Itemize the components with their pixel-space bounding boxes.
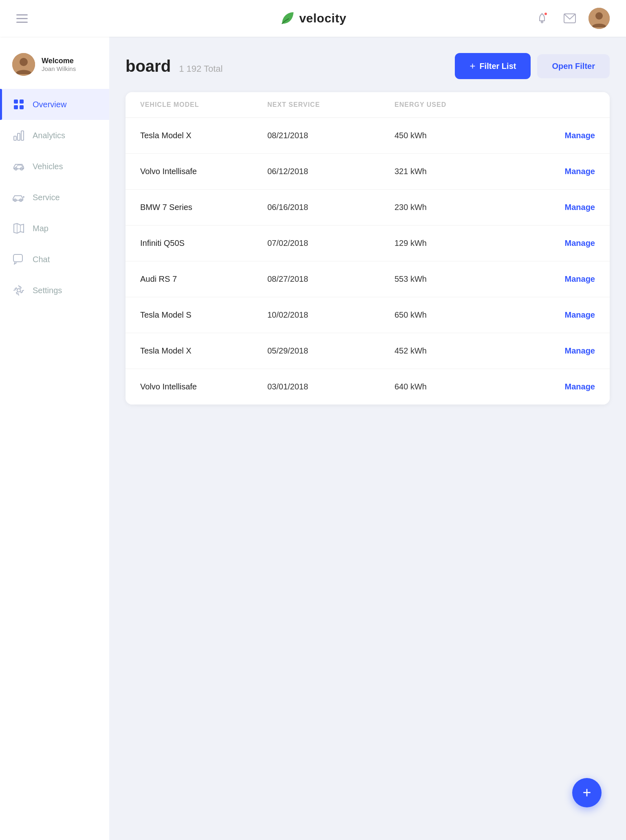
svg-rect-10 [20, 105, 24, 109]
cell-energy-used: 650 kWh [395, 310, 522, 320]
sidebar-item-overview[interactable]: Overview [0, 89, 109, 120]
col-next-service: NEXT SERVICE [267, 101, 395, 108]
welcome-label: Welcome [42, 57, 76, 65]
cell-next-service: 06/16/2018 [267, 203, 395, 212]
manage-button[interactable]: Manage [522, 239, 595, 248]
chat-icon [12, 253, 25, 266]
open-filter-button[interactable]: Open Filter [537, 54, 610, 78]
sidebar-item-label-chat: Chat [33, 255, 50, 264]
sidebar-item-label-overview: Overview [33, 100, 66, 109]
cell-energy-used: 129 kWh [395, 239, 522, 248]
svg-rect-7 [14, 99, 18, 104]
svg-rect-8 [20, 99, 24, 104]
sidebar-item-map[interactable]: Map [0, 213, 109, 244]
manage-button[interactable]: Manage [522, 346, 595, 356]
menu-icon[interactable] [16, 14, 28, 23]
svg-rect-23 [13, 254, 22, 262]
table-row: BMW 7 Series 06/16/2018 230 kWh Manage [126, 190, 610, 225]
topnav-right-actions [533, 8, 610, 29]
table-header: VEHICLE MODEL NEXT SERVICE ENERGY USED [126, 92, 610, 118]
cell-vehicle-model: Infiniti Q50S [140, 239, 267, 248]
svg-rect-9 [14, 105, 18, 109]
sidebar-item-label-vehicles: Vehicles [33, 162, 63, 171]
mail-icon [564, 13, 576, 23]
sidebar-item-chat[interactable]: Chat [0, 244, 109, 275]
cell-vehicle-model: BMW 7 Series [140, 203, 267, 212]
cell-next-service: 03/01/2018 [267, 382, 395, 391]
manage-button[interactable]: Manage [522, 382, 595, 391]
sidebar-navigation: Overview Analytics [0, 89, 109, 306]
table-body: Tesla Model X 08/21/2018 450 kWh Manage … [126, 118, 610, 405]
bar-chart-icon [12, 129, 25, 142]
svg-point-0 [541, 21, 543, 23]
cell-energy-used: 553 kWh [395, 274, 522, 284]
sidebar: Welcome Joan Wilkins Overview [0, 37, 109, 840]
sidebar-item-label-settings: Settings [33, 286, 62, 295]
logo-leaf-icon [280, 11, 295, 26]
sidebar-item-settings[interactable]: Settings [0, 275, 109, 306]
manage-button[interactable]: Manage [522, 203, 595, 212]
manage-button[interactable]: Manage [522, 274, 595, 284]
notification-badge [544, 12, 548, 16]
plus-icon: + [470, 60, 475, 72]
sidebar-item-label-map: Map [33, 224, 48, 233]
sidebar-item-label-service: Service [33, 193, 60, 202]
cell-vehicle-model: Tesla Model S [140, 310, 267, 320]
svg-rect-13 [21, 131, 24, 140]
user-name: Joan Wilkins [42, 65, 76, 72]
filter-list-button[interactable]: + Filter List [455, 53, 531, 79]
cell-next-service: 10/02/2018 [267, 310, 395, 320]
svg-marker-20 [14, 223, 24, 233]
gear-icon [12, 284, 25, 297]
notification-button[interactable] [533, 9, 551, 27]
sidebar-item-vehicles[interactable]: Vehicles [0, 151, 109, 182]
sidebar-user-section: Welcome Joan Wilkins [0, 49, 109, 89]
sidebar-item-analytics[interactable]: Analytics [0, 120, 109, 151]
sidebar-item-service[interactable]: Service [0, 182, 109, 213]
sidebar-item-label-analytics: Analytics [33, 131, 65, 140]
user-avatar[interactable] [589, 8, 610, 29]
cell-vehicle-model: Audi RS 7 [140, 274, 267, 284]
cell-energy-used: 452 kWh [395, 346, 522, 356]
cell-next-service: 07/02/2018 [267, 239, 395, 248]
cell-energy-used: 640 kWh [395, 382, 522, 391]
app-title: velocity [299, 11, 346, 25]
svg-point-4 [595, 12, 603, 20]
cell-next-service: 08/21/2018 [267, 131, 395, 140]
car-icon [12, 160, 25, 173]
header-actions: + Filter List Open Filter [455, 53, 610, 79]
cell-energy-used: 321 kWh [395, 167, 522, 176]
col-energy-used: ENERGY USED [395, 101, 522, 108]
cell-vehicle-model: Tesla Model X [140, 346, 267, 356]
grid-icon [12, 98, 25, 111]
table-row: Audi RS 7 08/27/2018 553 kWh Manage [126, 261, 610, 297]
app-logo: velocity [280, 11, 346, 26]
service-car-icon [12, 191, 25, 204]
vehicles-table: VEHICLE MODEL NEXT SERVICE ENERGY USED T… [126, 92, 610, 405]
cell-vehicle-model: Volvo Intellisafe [140, 167, 267, 176]
table-row: Tesla Model X 08/21/2018 450 kWh Manage [126, 118, 610, 154]
col-vehicle-model: VEHICLE MODEL [140, 101, 267, 108]
cell-vehicle-model: Tesla Model X [140, 131, 267, 140]
table-row: Volvo Intellisafe 06/12/2018 321 kWh Man… [126, 154, 610, 190]
map-icon [12, 222, 25, 235]
manage-button[interactable]: Manage [522, 131, 595, 140]
manage-button[interactable]: Manage [522, 310, 595, 320]
filter-list-label: Filter List [479, 62, 516, 71]
mail-button[interactable] [561, 9, 579, 27]
cell-energy-used: 450 kWh [395, 131, 522, 140]
main-header-left: board 1 192 Total [126, 57, 223, 75]
table-row: Tesla Model X 05/29/2018 452 kWh Manage [126, 333, 610, 369]
cell-next-service: 06/12/2018 [267, 167, 395, 176]
page-title: board [126, 57, 171, 75]
manage-button[interactable]: Manage [522, 167, 595, 176]
sidebar-avatar [12, 53, 35, 76]
total-count: 1 192 Total [179, 64, 223, 74]
table-row: Volvo Intellisafe 03/01/2018 640 kWh Man… [126, 369, 610, 405]
svg-point-24 [17, 289, 20, 292]
main-header: board 1 192 Total + Filter List Open Fil… [126, 53, 610, 79]
table-row: Infiniti Q50S 07/02/2018 129 kWh Manage [126, 225, 610, 261]
cell-next-service: 05/29/2018 [267, 346, 395, 356]
svg-rect-11 [14, 136, 16, 140]
add-fab-button[interactable]: + [572, 778, 602, 807]
